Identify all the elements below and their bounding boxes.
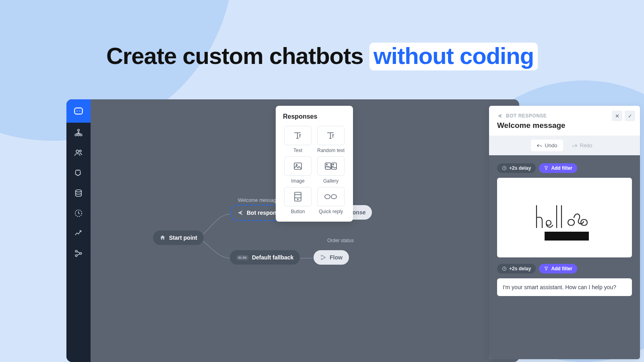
confirm-button[interactable]: ✓ xyxy=(625,111,635,121)
clock-icon xyxy=(502,166,507,171)
sidebar-analytics-icon[interactable] xyxy=(66,223,91,243)
undo-icon xyxy=(537,143,542,148)
svg-point-20 xyxy=(326,164,327,165)
node-welcome-label: Welcome message xyxy=(238,197,279,203)
svg-point-16 xyxy=(324,257,326,258)
sidebar-flow-icon[interactable] xyxy=(66,123,91,143)
response-button-label: Button xyxy=(283,209,313,214)
app-logo[interactable] xyxy=(66,99,91,123)
image-card[interactable] xyxy=(497,178,632,257)
else-badge: ELSE xyxy=(236,255,249,260)
svg-point-22 xyxy=(333,164,334,165)
node-flow[interactable]: Flow xyxy=(314,250,349,265)
hello-image xyxy=(503,183,626,252)
headline-plain: Create custom chatbots xyxy=(106,43,369,69)
svg-rect-30 xyxy=(545,232,589,241)
svg-rect-17 xyxy=(294,163,301,169)
node-fallback-label: Default fallback xyxy=(252,254,293,261)
svg-point-5 xyxy=(78,134,80,136)
response-image-label: Image xyxy=(283,178,313,184)
svg-point-26 xyxy=(297,199,298,200)
sidebar-clock-icon[interactable] xyxy=(66,203,91,223)
node-order-label: Order status xyxy=(327,238,354,243)
svg-rect-21 xyxy=(332,163,336,169)
filter-pill-2[interactable]: Add filter xyxy=(539,264,577,274)
node-start-point[interactable]: Start point xyxy=(153,230,204,245)
response-gallery[interactable]: Gallery xyxy=(316,156,346,184)
filter-pill[interactable]: Add filter xyxy=(539,163,577,173)
sidebar-nodes-icon[interactable] xyxy=(66,243,91,263)
svg-point-18 xyxy=(296,165,297,166)
text-card[interactable]: I'm your smart assistant. How can I help… xyxy=(497,278,632,296)
svg-rect-19 xyxy=(325,163,331,169)
send-icon xyxy=(497,113,503,119)
close-button[interactable]: ✕ xyxy=(612,111,622,121)
responses-popover: Responses Text Random text Image Gallery… xyxy=(276,106,353,222)
delay-pill-2[interactable]: +2s delay xyxy=(497,264,536,274)
svg-rect-0 xyxy=(74,108,83,114)
svg-point-6 xyxy=(80,134,82,136)
svg-point-15 xyxy=(321,259,322,260)
svg-point-1 xyxy=(77,111,78,111)
response-image[interactable]: Image xyxy=(283,156,313,184)
response-random-label: Random text xyxy=(316,148,346,153)
panel-title: Welcome message xyxy=(497,121,632,130)
redo-button[interactable]: Redo xyxy=(566,140,598,151)
node-start-label: Start point xyxy=(169,234,197,241)
delay-pill[interactable]: +2s delay xyxy=(497,163,536,173)
sidebar xyxy=(66,99,91,362)
svg-point-2 xyxy=(79,111,80,111)
response-gallery-label: Gallery xyxy=(316,178,346,184)
responses-title: Responses xyxy=(283,113,346,120)
undo-button[interactable]: Undo xyxy=(531,140,563,151)
response-quick-reply[interactable]: Quick reply xyxy=(316,187,346,214)
toolbar: Undo Redo xyxy=(489,136,640,155)
sidebar-database-icon[interactable] xyxy=(66,183,91,203)
filter-icon xyxy=(544,266,549,271)
node-flow-label: Flow xyxy=(330,254,343,261)
svg-rect-28 xyxy=(331,195,336,199)
clock-icon xyxy=(502,266,507,271)
detail-panel: BOT RESPONSE Welcome message ✕ ✓ Undo Re… xyxy=(489,106,640,359)
filter-icon xyxy=(544,166,549,171)
response-text-label: Text xyxy=(283,148,313,153)
svg-rect-27 xyxy=(325,195,330,199)
svg-point-9 xyxy=(76,190,82,192)
response-button[interactable]: Button xyxy=(283,187,313,214)
headline: Create custom chatbots without coding xyxy=(0,42,644,69)
svg-point-7 xyxy=(76,150,78,152)
sidebar-brain-icon[interactable] xyxy=(66,163,91,183)
svg-point-14 xyxy=(321,255,322,257)
svg-point-4 xyxy=(75,134,77,136)
svg-point-3 xyxy=(78,129,80,131)
svg-point-8 xyxy=(79,150,81,152)
redo-icon xyxy=(572,143,578,148)
response-random-text[interactable]: Random text xyxy=(316,126,346,153)
text-message: I'm your smart assistant. How can I help… xyxy=(503,284,626,290)
response-quick-reply-label: Quick reply xyxy=(316,209,346,214)
node-default-fallback[interactable]: ELSE Default fallback xyxy=(230,250,300,265)
sidebar-users-icon[interactable] xyxy=(66,143,91,163)
panel-body: +2s delay Add filter xyxy=(489,155,640,359)
response-text[interactable]: Text xyxy=(283,126,313,153)
headline-highlight: without coding xyxy=(369,43,538,70)
